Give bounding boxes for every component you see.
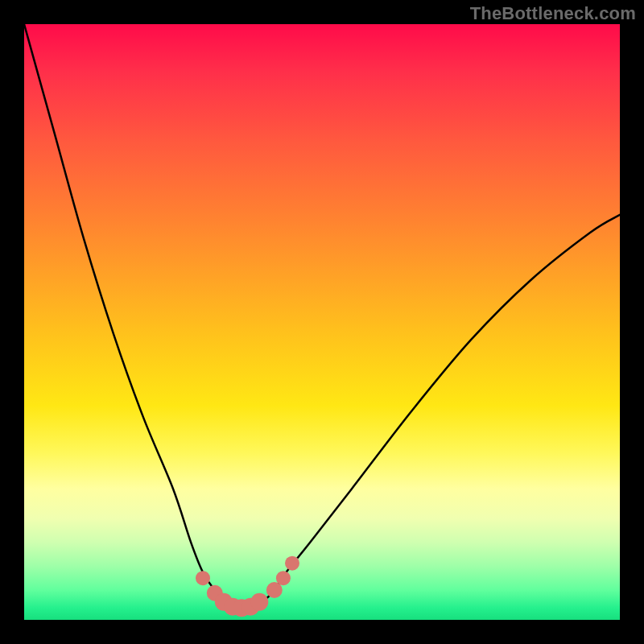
bottleneck-marker [285, 556, 299, 571]
watermark-text: TheBottleneck.com [470, 3, 636, 24]
plot-area [24, 24, 620, 620]
bottleneck-curve [24, 24, 620, 609]
bottleneck-marker [250, 593, 268, 611]
bottleneck-marker [196, 571, 210, 585]
bottleneck-marker-group [196, 556, 299, 617]
curve-layer [24, 24, 620, 620]
chart-frame: TheBottleneck.com [0, 0, 644, 644]
bottleneck-marker [276, 571, 291, 585]
